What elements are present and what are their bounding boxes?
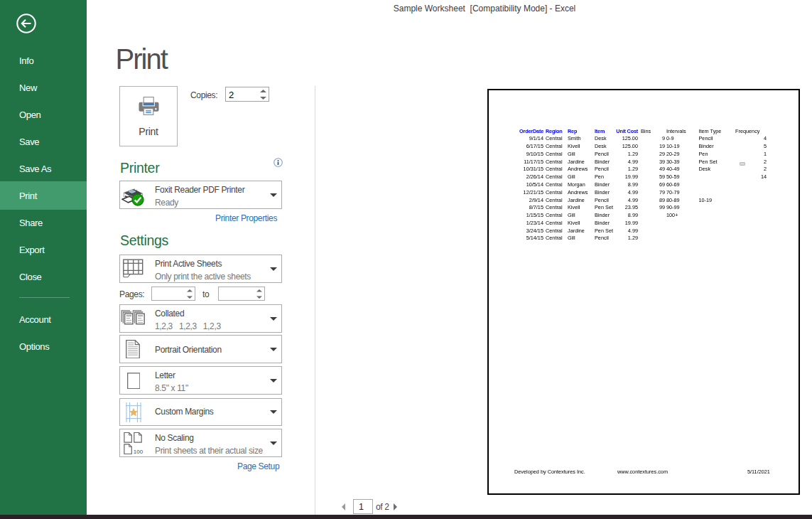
svg-text:100: 100: [134, 449, 144, 454]
